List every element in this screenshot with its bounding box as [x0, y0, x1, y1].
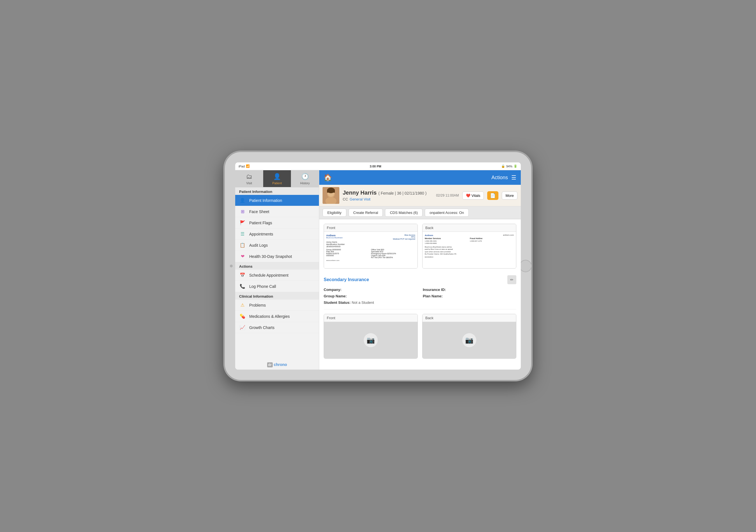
anthem-group-front: Group 00000000 [326, 249, 370, 251]
company-label: Company: [324, 287, 341, 292]
company-field: Company: [324, 287, 417, 292]
primary-front-card: Front Anthem BlueCross BlueShield [324, 224, 418, 269]
sidebar-item-growth-charts[interactable]: 📈 Growth Charts [235, 322, 319, 333]
anthem-logo-front: Anthem [326, 234, 342, 237]
sidebar-item-medications-allergies[interactable]: 💊 Medications & Allergies [235, 311, 319, 322]
anthem-rx-front: RX Tier1/RX Tier $60/5% [371, 256, 415, 258]
anthem-er-front: Emergency Room $250/10% [371, 253, 415, 254]
anthem-name-front: Jonny Harris [326, 241, 415, 243]
sidebar-log-phone-call-label: Log Phone Call [249, 284, 276, 289]
patient-name: Jenny Harris [343, 190, 377, 196]
sidebar-item-problems[interactable]: ⚠ Problems [235, 300, 319, 311]
plan-name-field: Plan Name: [423, 294, 516, 298]
actions-label: Actions [491, 175, 508, 181]
anthem-back-card: Anthem anthem.com Member Services 1-800-… [422, 232, 516, 268]
sidebar-item-schedule-appointment[interactable]: 📅 Schedule Appointment [235, 270, 319, 281]
sidebar-item-patient-flags[interactable]: 🚩 Patient Flags [235, 217, 319, 228]
secondary-edit-button[interactable]: ✏ [507, 275, 516, 284]
sidebar-item-patient-information[interactable]: 👤 Patient Information [235, 195, 319, 206]
clinical-info-section-header: Clinical Information [235, 292, 319, 300]
secondary-back-card: Back 📷 [422, 314, 516, 359]
sidebar-item-appointments[interactable]: ☰ Appointments [235, 228, 319, 240]
edit-icon-symbol: ✏ [510, 278, 514, 282]
clock: 3:00 PM [369, 165, 381, 168]
sidebar-growth-charts-label: Growth Charts [249, 325, 274, 330]
anthem-office-front: Office Visit $30 [371, 249, 415, 251]
create-referral-button[interactable]: Create Referral [349, 209, 383, 217]
anthem-urgent-front: Urgent Care $30 [371, 254, 415, 256]
student-status-field: Student Status: Not a Student [324, 301, 417, 305]
secondary-front-card: Front 📷 [324, 314, 418, 359]
status-left: iPad 📶 [239, 164, 250, 168]
vitals-label: Vitals [472, 194, 480, 198]
patient-avatar-image [323, 187, 339, 204]
sidebar-item-log-phone-call[interactable]: 📞 Log Phone Call [235, 281, 319, 292]
insurance-id-field: Insurance ID: [423, 287, 516, 292]
patient-date: 02/29 11:00AM [436, 194, 459, 198]
note-button[interactable]: 📄 [487, 191, 499, 200]
hamburger-icon[interactable]: ☰ [511, 174, 516, 181]
history-tab-icon: 🕐 [301, 173, 309, 180]
patient-info-section-header: Patient Information [235, 187, 319, 195]
tab-patient-label: Patient [272, 181, 282, 185]
app-container: 🗂 Visit 👤 Patient 🕐 History Patient Info… [235, 170, 521, 370]
carrier-label: iPad [239, 165, 245, 168]
sidebar-item-audit-logs[interactable]: 📋 Audit Logs [235, 240, 319, 251]
vitals-heart-icon: ❤️ [466, 194, 471, 198]
sidebar-face-sheet-label: Face Sheet [249, 209, 269, 214]
health-snapshot-icon: ❤ [239, 254, 246, 259]
anthem-rxbin-front: RxBIN 610575 [326, 253, 370, 254]
tab-history-label: History [300, 181, 310, 185]
sidebar-audit-logs-label: Audit Logs [249, 243, 268, 248]
eligibility-button[interactable]: Eligibility [323, 209, 346, 217]
anthem-specialist-front: Specialist $70 [371, 251, 415, 253]
camera-placeholder-front: 📷 [364, 333, 378, 347]
sidebar-item-face-sheet[interactable]: ⊞ Face Sheet [235, 206, 319, 217]
tab-patient[interactable]: 👤 Patient [263, 170, 291, 187]
vitals-button[interactable]: ❤️ Vitals [462, 192, 484, 200]
eligibility-label: Eligibility [327, 211, 341, 215]
appointments-icon: ☰ [239, 231, 246, 237]
drchrono-logo: dr chrono [238, 362, 316, 367]
tab-visit-label: Visit [246, 181, 252, 185]
sidebar-patient-flags-label: Patient Flags [249, 221, 272, 225]
action-buttons-row: Eligibility Create Referral CDS Matches … [319, 206, 521, 219]
cds-matches-button[interactable]: CDS Matches (6) [385, 209, 422, 217]
anthem-logo-back: Anthem [425, 234, 433, 237]
top-header: 🏠 Actions ☰ [319, 170, 521, 185]
patient-name-row: Jenny Harris ( Female | 36 | 02/11/1980 … [343, 190, 433, 196]
patient-access-label: onpatient Access: On [429, 211, 464, 215]
cc-value: General Visit [350, 197, 370, 201]
primary-front-header: Front [324, 224, 418, 232]
svg-rect-5 [327, 190, 335, 193]
primary-back-card: Back Anthem anthem.com Membe [422, 224, 516, 269]
sidebar-health-snapshot-label: Health 30-Day Snapshot [249, 254, 292, 259]
anthem-footer-front: www.anthem.com [326, 259, 415, 261]
plan-name-label: Plan Name: [423, 294, 443, 298]
tab-visit[interactable]: 🗂 Visit [235, 170, 263, 187]
back-phone2: 1-800-818-8693 [425, 242, 469, 245]
home-icon[interactable]: 🏠 [324, 173, 332, 181]
secondary-back-empty: 📷 [422, 322, 516, 359]
secondary-front-header: Front [324, 314, 418, 322]
student-status-label: Student Status: [324, 301, 351, 305]
header-right: Actions ☰ [491, 174, 516, 181]
more-button[interactable]: More [502, 192, 517, 200]
secondary-title: Secondary Insurance [324, 277, 369, 282]
patient-access-button[interactable]: onpatient Access: On [425, 209, 469, 217]
ipad-device: iPad 📶 3:00 PM 🔒 94% 🔋 🗂 Visit [224, 151, 532, 381]
battery-label: 94% [506, 165, 512, 168]
patient-cc-row: CC General Visit [343, 197, 433, 201]
primary-front-body: Anthem BlueCross BlueShield Blue AccessP… [324, 232, 418, 268]
home-button[interactable] [519, 260, 532, 272]
content-scroll[interactable]: Front Anthem BlueCross BlueShield [319, 219, 521, 370]
patient-info-icon: 👤 [239, 198, 246, 203]
wifi-icon: 📶 [246, 164, 250, 168]
back-phone1: 1-800-495-4201 [425, 240, 469, 242]
tab-history[interactable]: 🕐 History [291, 170, 319, 187]
growth-charts-icon: 📈 [239, 325, 246, 330]
problems-icon: ⚠ [239, 303, 246, 308]
camera-dot [230, 265, 233, 267]
sidebar-item-health-snapshot[interactable]: ❤ Health 30-Day Snapshot [235, 251, 319, 262]
sidebar-tabs: 🗂 Visit 👤 Patient 🕐 History [235, 170, 319, 187]
